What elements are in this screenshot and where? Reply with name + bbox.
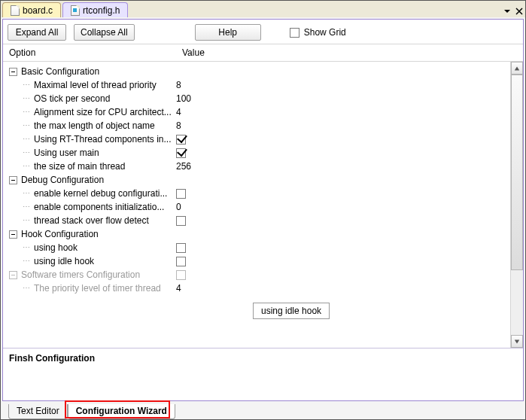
option-value[interactable]: 8 [176, 80, 181, 90]
close-tab-icon[interactable] [513, 5, 525, 17]
tree-dots-icon: ⋯ [23, 257, 31, 265]
column-headers: Option Value [3, 44, 523, 62]
scroll-thumb[interactable] [511, 75, 523, 270]
h-file-icon [71, 5, 80, 16]
section-hook[interactable]: Hook Configuration [9, 227, 510, 241]
tree-dots-icon: ⋯ [23, 149, 31, 157]
file-tab-strip: board.c rtconfig.h [1, 1, 525, 17]
option-row[interactable]: ⋯the max length of object name 8 [9, 119, 510, 132]
config-tree: Basic Configuration ⋯Maximal level of th… [3, 62, 510, 348]
collapse-all-button[interactable]: Collapse All [74, 24, 135, 41]
collapse-icon[interactable] [9, 68, 17, 76]
option-row[interactable]: ⋯Maximal level of thread priority 8 [9, 78, 510, 92]
option-row[interactable]: ⋯enable kernel debug configurati... [9, 187, 510, 200]
tree-dots-icon: ⋯ [23, 95, 31, 102]
tree-dots-icon: ⋯ [23, 122, 31, 129]
show-grid-checkbox[interactable]: Show Grid [290, 27, 346, 38]
option-value[interactable]: 8 [176, 120, 181, 131]
vertical-scrollbar[interactable] [510, 62, 523, 348]
tab-menu-dropdown[interactable] [501, 5, 513, 17]
tree-dots-icon: ⋯ [23, 244, 31, 251]
help-button[interactable]: Help [195, 24, 261, 41]
tree-dots-icon: ⋯ [23, 217, 31, 224]
option-row[interactable]: ⋯OS tick per second 100 [9, 92, 510, 105]
option-row[interactable]: ⋯thread stack over flow detect [9, 214, 510, 227]
section-timers[interactable]: Software timers Configuration [9, 268, 510, 282]
value-checkbox[interactable] [176, 243, 186, 253]
option-row[interactable]: ⋯Using RT-Thread components in... [9, 132, 510, 146]
tab-rtconfig-h[interactable]: rtconfig.h [62, 2, 128, 17]
tab-label: rtconfig.h [83, 5, 120, 16]
option-value[interactable]: 4 [176, 107, 181, 117]
expand-all-button[interactable]: Expand All [8, 24, 66, 41]
option-row[interactable]: ⋯the size of main thread 256 [9, 160, 510, 173]
value-checkbox[interactable] [176, 216, 186, 226]
tree-dots-icon: ⋯ [23, 163, 31, 170]
detail-title: Finsh Configuration [9, 353, 95, 364]
tree-dots-icon: ⋯ [23, 285, 31, 292]
tab-board-c[interactable]: board.c [2, 2, 61, 17]
toolbar: Expand All Collapse All Help Show Grid [3, 20, 523, 44]
detail-panel: Finsh Configuration [3, 348, 523, 400]
footer-tab-strip: Text Editor Configuration Wizard [1, 403, 525, 419]
option-value[interactable]: 0 [176, 202, 181, 212]
column-option: Option [9, 47, 182, 58]
column-value: Value [182, 47, 518, 58]
scroll-up-arrow[interactable] [511, 62, 523, 75]
collapse-icon[interactable] [9, 271, 17, 279]
option-value[interactable]: 4 [176, 283, 181, 294]
option-row[interactable]: ⋯enable components initializatio... 0 [9, 200, 510, 214]
tree-dots-icon: ⋯ [23, 190, 31, 197]
value-checkbox[interactable] [176, 189, 186, 199]
editor-frame: board.c rtconfig.h Expand All Collapse A… [0, 0, 526, 420]
tab-label: board.c [23, 5, 53, 16]
scroll-down-arrow[interactable] [511, 335, 523, 348]
value-checkbox[interactable] [176, 257, 186, 266]
option-row[interactable]: ⋯The priority level of timer thread 4 [9, 282, 510, 295]
tree-dots-icon: ⋯ [23, 108, 31, 116]
option-value[interactable]: 256 [176, 161, 191, 172]
value-checkbox[interactable] [176, 148, 186, 158]
collapse-icon[interactable] [9, 230, 17, 239]
option-value[interactable]: 100 [176, 93, 191, 104]
tree-dots-icon: ⋯ [23, 203, 31, 211]
section-debug[interactable]: Debug Configuration [9, 173, 510, 187]
option-row[interactable]: ⋯using hook [9, 241, 510, 254]
show-grid-label: Show Grid [304, 27, 346, 38]
tree-dots-icon: ⋯ [23, 81, 31, 89]
config-panel: Expand All Collapse All Help Show Grid O… [2, 19, 524, 401]
tab-text-editor[interactable]: Text Editor [8, 404, 68, 419]
value-checkbox[interactable] [176, 270, 186, 280]
scroll-track[interactable] [511, 75, 523, 335]
tree-area: Basic Configuration ⋯Maximal level of th… [3, 62, 523, 348]
tree-dots-icon: ⋯ [23, 135, 31, 143]
checkbox-box [290, 28, 299, 38]
option-row[interactable]: ⋯Using user main [9, 146, 510, 160]
collapse-icon[interactable] [9, 176, 17, 184]
option-row[interactable]: ⋯Alignment size for CPU architect... 4 [9, 105, 510, 119]
c-file-icon [11, 5, 20, 16]
value-checkbox[interactable] [176, 135, 186, 145]
tab-configuration-wizard[interactable]: Configuration Wizard [68, 404, 175, 419]
section-basic[interactable]: Basic Configuration [9, 65, 510, 78]
option-row[interactable]: ⋯using idle hook [9, 254, 510, 268]
